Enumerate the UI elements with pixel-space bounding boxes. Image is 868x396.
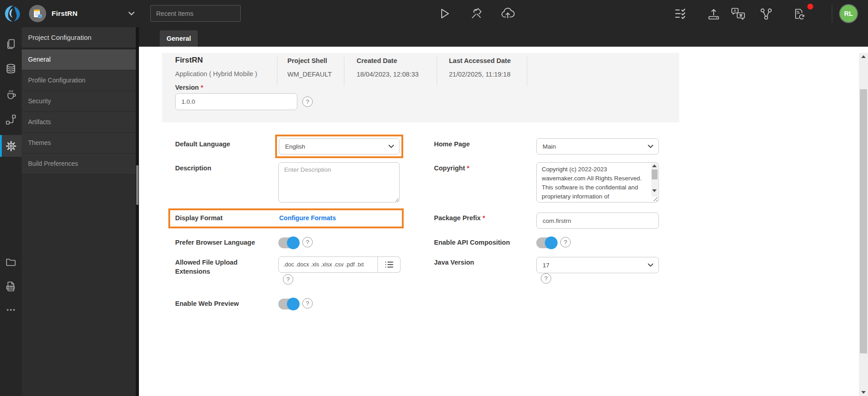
description-textarea[interactable] (278, 162, 400, 203)
cloud-upload-icon (501, 7, 515, 19)
display-format-label: Display Format (175, 213, 223, 222)
enable-web-preview-help-icon[interactable]: ? (302, 298, 313, 309)
sidebar-item-themes[interactable]: Themes (22, 133, 136, 154)
project-summary-panel: FirstRN Application ( Hybrid Mobile ) Pr… (162, 53, 679, 122)
rail-item-logs[interactable]: LOG (0, 276, 22, 296)
sidebar-item-artifacts[interactable]: Artifacts (22, 112, 136, 133)
user-avatar[interactable]: RL (840, 5, 857, 22)
prefer-browser-language-label: Prefer Browser Language (175, 238, 255, 247)
project-name[interactable]: FirstRN (52, 0, 77, 27)
prefer-browser-language-help-icon[interactable]: ? (302, 237, 313, 247)
home-page-value: Main (543, 143, 556, 150)
logs-icon: LOG (5, 280, 17, 292)
deploy-button[interactable] (501, 7, 515, 19)
database-icon (5, 63, 17, 75)
run-button[interactable] (439, 7, 451, 20)
rail-item-settings[interactable] (0, 135, 22, 157)
version-control-icon (759, 7, 773, 21)
copyright-label: Copyright (434, 164, 469, 173)
toggle-knob (287, 237, 300, 249)
tab-bar: General (139, 27, 868, 47)
pages-icon (5, 38, 17, 50)
version-input[interactable] (175, 93, 297, 110)
package-prefix-input[interactable] (536, 212, 659, 229)
sync-doc-icon (792, 7, 806, 21)
tools-icon (470, 7, 483, 20)
last-accessed-date-label: Last Accessed Date (449, 57, 510, 64)
page-scrollbar[interactable] (859, 53, 868, 396)
project-avatar[interactable] (29, 5, 46, 22)
created-date-label: Created Date (357, 57, 397, 64)
copyright-text: Copyright (c) 2022-2023 wavemaker.com Al… (542, 165, 645, 202)
scroll-down-icon[interactable] (652, 189, 657, 192)
package-prefix-label: Package Prefix (434, 213, 485, 222)
sidebar-item-build-preferences[interactable]: Build Preferences (22, 154, 136, 174)
java-version-select[interactable]: 17 (536, 257, 659, 273)
enable-api-composition-help-icon[interactable]: ? (560, 237, 571, 247)
extensions-list-button[interactable] (378, 256, 401, 273)
checklist-button[interactable] (674, 8, 687, 19)
rail-item-pages[interactable] (0, 34, 22, 54)
summary-divider (527, 57, 527, 86)
java-version-value: 17 (543, 262, 549, 269)
files-icon (5, 256, 17, 268)
enable-api-composition-toggle[interactable] (536, 237, 556, 248)
default-language-label: Default Language (175, 140, 230, 149)
checklist-icon (674, 8, 687, 19)
run-icon (439, 7, 451, 20)
config-sidebar: Project Configuration General Profile Co… (22, 27, 136, 396)
rail-item-apis[interactable] (0, 110, 22, 130)
project-icon (33, 8, 43, 19)
default-language-select[interactable]: English (279, 138, 400, 155)
rail-item-files[interactable] (0, 252, 22, 272)
sidebar-scrollbar-thumb[interactable] (136, 165, 138, 205)
allowed-extensions-input[interactable] (278, 256, 378, 273)
translate-button[interactable]: A (730, 7, 746, 20)
sidebar-item-general[interactable]: General (22, 49, 136, 70)
summary-divider (344, 57, 344, 86)
allowed-file-upload-extensions-label: Allowed File Upload Extensions (175, 258, 252, 276)
version-label: Version (175, 83, 203, 92)
settings-icon (5, 140, 17, 152)
export-icon (707, 7, 720, 21)
export-button[interactable] (707, 7, 720, 21)
configure-formats-link[interactable]: Configure Formats (279, 213, 336, 222)
notification-dot (807, 4, 813, 10)
toggle-knob (545, 237, 558, 249)
wavemaker-logo[interactable] (4, 5, 22, 23)
rail-item-java-services[interactable] (0, 84, 22, 104)
recent-items-input[interactable] (150, 5, 241, 22)
copyright-scrollbar-thumb[interactable] (652, 169, 658, 179)
summary-divider (437, 57, 437, 86)
copyright-scrollbar[interactable] (651, 163, 658, 197)
scroll-up-icon[interactable] (652, 164, 657, 167)
sidebar-scrollbar[interactable] (136, 27, 139, 396)
tab-general[interactable]: General (160, 30, 198, 47)
page-scrollbar-thumb[interactable] (860, 89, 867, 353)
header-divider (832, 5, 832, 23)
project-shell-label: Project Shell (287, 57, 327, 64)
project-switcher[interactable] (128, 11, 135, 16)
scroll-down-icon[interactable] (861, 391, 866, 394)
sidebar-title: Project Configuration (22, 27, 136, 49)
allowed-extensions-help-icon[interactable]: ? (283, 274, 293, 285)
chevron-down-icon (388, 145, 394, 148)
rail-item-more[interactable] (0, 300, 22, 320)
sidebar-item-security[interactable]: Security (22, 91, 136, 112)
general-settings-content: FirstRN Application ( Hybrid Mobile ) Pr… (139, 47, 868, 396)
enable-api-composition-label: Enable API Composition (434, 238, 510, 247)
prefer-browser-language-toggle[interactable] (278, 237, 298, 248)
version-help-icon[interactable]: ? (302, 97, 313, 107)
java-version-help-icon[interactable]: ? (541, 273, 551, 284)
developer-tools-button[interactable] (470, 7, 483, 20)
project-type: Application ( Hybrid Mobile ) (175, 70, 257, 77)
toggle-knob (287, 298, 300, 310)
version-control-button[interactable] (759, 7, 773, 21)
copyright-textarea[interactable]: Copyright (c) 2022-2023 wavemaker.com Al… (536, 162, 659, 203)
home-page-select[interactable]: Main (536, 138, 659, 155)
scroll-up-icon[interactable] (861, 55, 866, 58)
sidebar-item-profile-configuration[interactable]: Profile Configuration (22, 70, 136, 91)
rail-item-database[interactable] (0, 59, 22, 79)
sync-button[interactable] (792, 7, 806, 21)
enable-web-preview-toggle[interactable] (278, 299, 298, 309)
